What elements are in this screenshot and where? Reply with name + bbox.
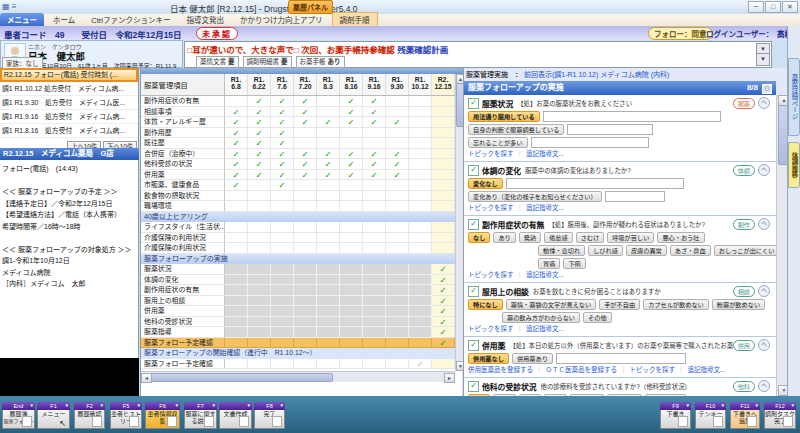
option-button[interactable]: あざ・鼻血 bbox=[670, 245, 711, 256]
option-button[interactable]: 薬情・薬袋の文字が見えない bbox=[506, 299, 596, 310]
link-追記指導文...[interactable]: 追記指導文... bbox=[526, 325, 564, 332]
table-row[interactable]: 相談事項✓✓✓✓✓✓ bbox=[141, 107, 455, 118]
previous-record-link[interactable]: 前回表示(調1-R1.10.12) bbox=[524, 71, 598, 78]
fkey-F7[interactable]: F7▼服薬に関する説明 bbox=[184, 402, 217, 429]
menu-item-メニュー[interactable]: メニュー bbox=[0, 13, 44, 26]
collapse-all-icon[interactable]: ▢ bbox=[762, 84, 772, 94]
table-row[interactable]: 市販薬、健康食品✓✓ bbox=[141, 180, 455, 191]
fkey-F2[interactable]: F2▼履歴確認 bbox=[74, 402, 105, 429]
table-row[interactable]: 他科受診の状況✓✓✓✓✓✓✓✓ bbox=[141, 159, 455, 170]
text-input[interactable] bbox=[531, 137, 649, 148]
collapse-icon[interactable]: ヘ bbox=[758, 339, 770, 351]
option-button[interactable]: 自身の判断で服薬調整している bbox=[468, 124, 564, 135]
fkey-文書作成[interactable]: ▼文書作成 bbox=[219, 402, 252, 429]
fkey-F8[interactable]: F8▼完了 bbox=[254, 402, 285, 429]
scroll-thumb[interactable] bbox=[151, 373, 333, 382]
text-input[interactable] bbox=[605, 191, 665, 202]
history-row[interactable]: 調1 R1.9.16 処方受付 メディコム病... bbox=[0, 110, 138, 124]
doc-chip-調剤明細書[interactable]: 調剤明細書要 bbox=[243, 56, 292, 68]
link-追記指導文...[interactable]: 追記指導文... bbox=[526, 271, 564, 278]
option-button[interactable]: カプセルが飲めない bbox=[643, 299, 709, 310]
link-トピックを探す[interactable]: トピックを探す bbox=[630, 366, 676, 373]
table-row[interactable]: 体質・アレルギー歴✓✓✓✓✓✓✓✓ bbox=[141, 117, 455, 128]
table-row[interactable]: 服薬フォロー予定確認✓ bbox=[141, 359, 455, 370]
option-button[interactable]: 手が不自由 bbox=[599, 299, 640, 310]
option-button[interactable]: 薬の飲み方がわからない bbox=[502, 312, 580, 323]
chevron-down-icon[interactable]: ▼ bbox=[65, 402, 69, 410]
note-dropdown-2[interactable]: ▼ bbox=[756, 53, 770, 66]
table-row[interactable]: 副作用症状の有無✓ bbox=[141, 285, 455, 296]
option-button[interactable]: さむけ bbox=[576, 232, 605, 243]
checked-checkbox-icon[interactable]: ✓ bbox=[468, 286, 479, 297]
table-horizontal-scrollbar[interactable]: ◄ ► bbox=[141, 371, 455, 382]
maximize-button[interactable]: □ bbox=[765, 1, 781, 13]
option-button[interactable]: しびれ感 bbox=[588, 245, 623, 256]
link-トピックを探す[interactable]: トピックを探す bbox=[468, 204, 514, 211]
table-row[interactable]: 既往歴✓✓✓ bbox=[141, 138, 455, 149]
collapse-icon[interactable]: ヘ bbox=[758, 218, 770, 230]
collapse-icon[interactable]: ヘ bbox=[758, 380, 770, 392]
option-button[interactable]: 発熱 bbox=[519, 232, 541, 243]
menu-item-ホーム[interactable]: ホーム bbox=[46, 13, 82, 26]
option-button[interactable]: 変化あり（変化の様子をお知らせください） bbox=[468, 191, 602, 202]
table-row[interactable]: 副作用症状の有無✓✓✓✓✓ bbox=[141, 96, 455, 107]
table-row[interactable]: 介護保険の利用状況 bbox=[141, 233, 455, 244]
table-row[interactable]: 服用上の相談✓ bbox=[141, 296, 455, 307]
link-トピックを探す[interactable]: トピックを探す bbox=[468, 150, 514, 157]
fkey-F6[interactable]: F6▼患者情報収集 bbox=[145, 402, 180, 429]
option-button[interactable]: 併用薬なし bbox=[468, 353, 509, 364]
checked-checkbox-icon[interactable]: ✓ bbox=[468, 219, 479, 230]
checked-checkbox-icon[interactable]: ✓ bbox=[468, 381, 479, 392]
collapse-icon[interactable]: ヘ bbox=[758, 97, 770, 109]
table-row[interactable]: 併用薬✓ bbox=[141, 306, 455, 317]
option-button[interactable]: 呼吸が苦しい bbox=[607, 232, 654, 243]
option-button[interactable]: 変化なし bbox=[468, 178, 503, 189]
doc-chip-お薬手帳[interactable]: お薬手帳あり bbox=[296, 56, 345, 68]
option-button[interactable]: 併用薬あり bbox=[512, 353, 553, 364]
collapse-icon[interactable]: ヘ bbox=[758, 285, 770, 297]
fkey-F9[interactable]: F9▼下書き bbox=[660, 402, 691, 429]
checked-checkbox-icon[interactable]: ✓ bbox=[468, 340, 479, 351]
option-button[interactable]: 倦怠感 bbox=[544, 232, 573, 243]
scroll-right-icon[interactable]: ► bbox=[444, 373, 455, 383]
option-button[interactable]: 悪心・おう吐 bbox=[657, 232, 704, 243]
menu-item-Ctrlファンクションキー[interactable]: Ctrlファンクションキー bbox=[84, 13, 177, 26]
table-row[interactable]: 合併症（治療中）✓✓✓✓✓✓✓✓ bbox=[141, 149, 455, 160]
table-row[interactable]: ライフスタイル（生活状... bbox=[141, 222, 455, 233]
history-row[interactable]: 調1 R1.10.12 処方受付 メディコム病... bbox=[0, 82, 138, 96]
table-row[interactable]: 介護保険の利用状況 bbox=[141, 243, 455, 254]
table-row[interactable]: 服薬状況✓ bbox=[141, 264, 455, 275]
link-併用医薬品を登録する[interactable]: 併用医薬品を登録する bbox=[468, 366, 533, 373]
minimize-button[interactable]: ─ bbox=[748, 1, 764, 13]
link-追記指導文...[interactable]: 追記指導文... bbox=[526, 204, 564, 211]
menu-item-調剤手順[interactable]: 調剤手順 bbox=[332, 12, 378, 26]
option-button[interactable]: 粉薬が飲めない bbox=[712, 299, 765, 310]
chevron-down-icon[interactable]: ▼ bbox=[100, 402, 104, 410]
table-row[interactable]: 飲食物の摂取状況 bbox=[141, 191, 455, 202]
fkey-F5[interactable]: F5▼患者ヒストリー bbox=[110, 402, 142, 429]
chevron-down-icon[interactable]: ▼ bbox=[755, 402, 759, 410]
table-row[interactable]: 職場環境 bbox=[141, 201, 455, 212]
doc-chip-薬情文書[interactable]: 薬情文書要 bbox=[196, 56, 239, 68]
option-button[interactable]: 用法通り服用している bbox=[468, 111, 540, 122]
chevron-down-icon[interactable]: ▼ bbox=[280, 402, 284, 410]
text-input[interactable] bbox=[556, 353, 686, 364]
link-追記指導文...[interactable]: 追記指導文... bbox=[688, 366, 726, 373]
fkey-End[interactable]: End▼履歴簿服薬フォロー bbox=[2, 402, 35, 429]
collapse-icon[interactable]: ヘ bbox=[758, 164, 770, 176]
chevron-down-icon[interactable]: ▼ bbox=[30, 402, 34, 410]
chevron-down-icon[interactable]: ▼ bbox=[247, 402, 251, 410]
checked-checkbox-icon[interactable]: ✓ bbox=[468, 98, 479, 109]
option-button[interactable]: その他 bbox=[583, 312, 612, 323]
chevron-down-icon[interactable]: ▼ bbox=[686, 402, 690, 410]
table-row[interactable]: 服薬フォロー予定確認✓ bbox=[141, 338, 455, 349]
close-button[interactable]: ✕ bbox=[782, 1, 798, 13]
fkey-F10[interactable]: F10▼テンキー bbox=[695, 402, 726, 429]
table-row[interactable]: 副作用歴✓✓✓ bbox=[141, 128, 455, 139]
text-input[interactable] bbox=[506, 178, 684, 189]
option-button[interactable]: 下痢 bbox=[563, 258, 585, 269]
chevron-down-icon[interactable]: ▼ bbox=[721, 402, 725, 410]
option-button[interactable]: 動悸・息切れ bbox=[538, 245, 585, 256]
link-追記指導文...[interactable]: 追記指導文... bbox=[526, 150, 564, 157]
table-row[interactable]: 服薬指導✓ bbox=[141, 327, 455, 338]
